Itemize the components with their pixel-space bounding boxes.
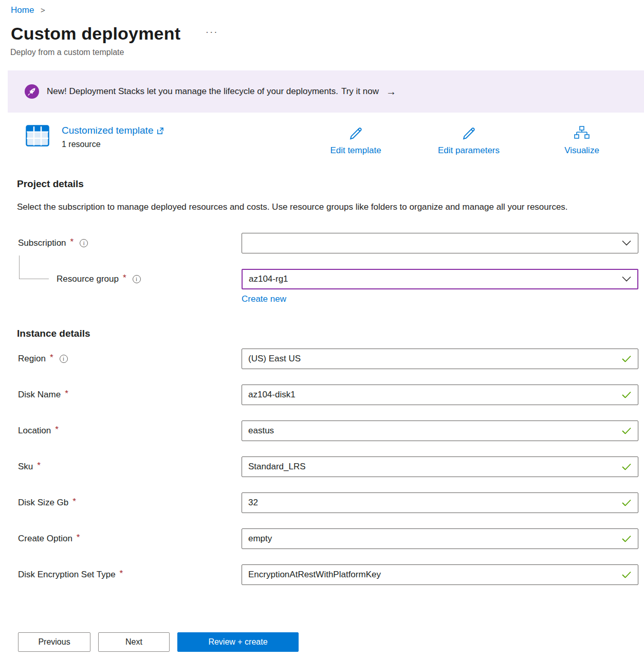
template-summary: Customized template 1 resource Edit temp… bbox=[26, 125, 638, 156]
info-icon[interactable]: i bbox=[133, 275, 141, 283]
disk-name-input-col: az104-disk1 bbox=[242, 385, 638, 405]
edit-parameters-label: Edit parameters bbox=[438, 145, 500, 156]
sku-label-group: Sku * bbox=[18, 462, 242, 472]
instance-details-heading: Instance details bbox=[17, 328, 644, 339]
customized-template-link[interactable]: Customized template bbox=[62, 125, 164, 136]
resource-group-label: Resource group bbox=[57, 274, 119, 284]
next-button[interactable]: Next bbox=[98, 632, 170, 652]
resource-group-label-group: Resource group * i bbox=[18, 274, 242, 284]
disk-encryption-input[interactable]: EncryptionAtRestWithPlatformKey bbox=[242, 564, 638, 585]
page-title: Custom deployment bbox=[11, 24, 180, 43]
valid-check-icon bbox=[622, 464, 631, 470]
banner-try-it-now-link[interactable]: Try it now bbox=[341, 86, 379, 97]
required-marker: * bbox=[70, 237, 74, 247]
visualize-button[interactable]: Visualize bbox=[525, 125, 638, 156]
subscription-label: Subscription bbox=[18, 238, 66, 248]
sku-input-col: Standard_LRS bbox=[242, 456, 638, 477]
disk-encryption-label: Disk Encryption Set Type bbox=[18, 570, 116, 580]
resource-group-input-col: az104-rg1 bbox=[242, 269, 638, 289]
create-option-label: Create Option bbox=[18, 534, 72, 544]
info-icon[interactable]: i bbox=[80, 239, 88, 247]
required-marker: * bbox=[55, 425, 59, 435]
template-info: Customized template 1 resource bbox=[62, 125, 164, 149]
template-name: Customized template bbox=[62, 125, 153, 136]
disk-name-input[interactable]: az104-disk1 bbox=[242, 385, 638, 405]
info-icon[interactable]: i bbox=[60, 355, 68, 363]
edit-parameters-button[interactable]: Edit parameters bbox=[412, 125, 525, 156]
chevron-down-icon bbox=[622, 277, 631, 282]
pencil-icon bbox=[460, 125, 477, 142]
disk-encryption-set-type-row: Disk Encryption Set Type * EncryptionAtR… bbox=[18, 564, 638, 585]
location-input-col: eastus bbox=[242, 421, 638, 441]
create-option-label-group: Create Option * bbox=[18, 534, 242, 544]
sku-row: Sku * Standard_LRS bbox=[18, 456, 638, 477]
visualize-icon bbox=[573, 125, 591, 142]
resource-group-dropdown[interactable]: az104-rg1 bbox=[242, 269, 638, 289]
breadcrumb-home-link[interactable]: Home bbox=[11, 5, 34, 15]
required-marker: * bbox=[50, 353, 53, 363]
subscription-label-group: Subscription * i bbox=[18, 238, 242, 248]
valid-check-icon bbox=[622, 500, 631, 506]
valid-check-icon bbox=[622, 392, 631, 398]
subscription-input-col bbox=[242, 233, 638, 253]
disk-size-label: Disk Size Gb bbox=[18, 498, 68, 508]
region-label-group: Region * i bbox=[18, 354, 242, 364]
breadcrumb-separator-icon: > bbox=[41, 6, 45, 14]
project-details-heading: Project details bbox=[17, 178, 644, 190]
edit-template-label: Edit template bbox=[330, 145, 381, 156]
valid-check-icon bbox=[622, 356, 631, 362]
location-label: Location bbox=[18, 426, 51, 436]
disk-name-row: Disk Name * az104-disk1 bbox=[18, 385, 638, 405]
sku-input[interactable]: Standard_LRS bbox=[242, 456, 638, 477]
arrow-right-icon[interactable]: → bbox=[386, 86, 396, 98]
disk-size-input-col: 32 bbox=[242, 492, 638, 513]
sku-label: Sku bbox=[18, 462, 33, 472]
location-row: Location * eastus bbox=[18, 421, 638, 441]
template-table-icon bbox=[26, 125, 49, 149]
required-marker: * bbox=[72, 497, 76, 507]
region-input[interactable]: (US) East US bbox=[242, 349, 638, 369]
breadcrumb: Home > bbox=[11, 5, 644, 15]
location-label-group: Location * bbox=[18, 426, 242, 436]
deployment-stacks-banner: New! Deployment Stacks let you manage th… bbox=[8, 70, 644, 113]
create-option-input[interactable]: empty bbox=[242, 528, 638, 549]
project-details-description: Select the subscription to manage deploy… bbox=[17, 199, 608, 215]
valid-check-icon bbox=[622, 572, 631, 578]
external-link-icon bbox=[156, 127, 164, 135]
disk-name-label: Disk Name bbox=[18, 390, 61, 400]
more-menu-button[interactable]: ··· bbox=[206, 26, 218, 38]
review-create-button[interactable]: Review + create bbox=[177, 632, 299, 652]
region-row: Region * i (US) East US bbox=[18, 349, 638, 369]
create-option-input-col: empty bbox=[242, 528, 638, 549]
rocket-icon bbox=[25, 84, 39, 99]
region-label: Region bbox=[18, 354, 46, 364]
visualize-label: Visualize bbox=[564, 145, 599, 156]
valid-check-icon bbox=[622, 536, 631, 542]
subscription-dropdown[interactable] bbox=[242, 233, 638, 253]
page-subtitle: Deploy from a custom template bbox=[10, 48, 644, 57]
subscription-row: Subscription * i bbox=[18, 233, 638, 253]
location-input[interactable]: eastus bbox=[242, 421, 638, 441]
disk-name-label-group: Disk Name * bbox=[18, 390, 242, 400]
required-marker: * bbox=[37, 461, 41, 471]
custom-deployment-page: Home > Custom deployment ··· Deploy from… bbox=[0, 0, 644, 658]
template-actions: Edit template Edit parameters Visualize bbox=[299, 125, 638, 156]
valid-check-icon bbox=[622, 428, 631, 434]
edit-template-button[interactable]: Edit template bbox=[299, 125, 412, 156]
disk-encryption-input-col: EncryptionAtRestWithPlatformKey bbox=[242, 564, 638, 585]
chevron-down-icon bbox=[622, 241, 631, 246]
previous-button[interactable]: Previous bbox=[18, 632, 90, 652]
disk-size-input[interactable]: 32 bbox=[242, 492, 638, 513]
disk-encryption-label-group: Disk Encryption Set Type * bbox=[18, 570, 242, 580]
resource-count: 1 resource bbox=[62, 140, 164, 149]
create-option-row: Create Option * empty bbox=[18, 528, 638, 549]
page-header: Custom deployment ··· bbox=[11, 24, 644, 44]
disk-size-label-group: Disk Size Gb * bbox=[18, 498, 242, 508]
required-marker: * bbox=[65, 389, 68, 399]
region-input-col: (US) East US bbox=[242, 349, 638, 369]
banner-message: New! Deployment Stacks let you manage th… bbox=[47, 86, 338, 97]
wizard-footer: Previous Next Review + create bbox=[0, 626, 644, 658]
required-marker: * bbox=[77, 533, 80, 543]
resource-group-row: Resource group * i az104-rg1 bbox=[18, 269, 638, 289]
create-new-link[interactable]: Create new bbox=[242, 294, 286, 304]
